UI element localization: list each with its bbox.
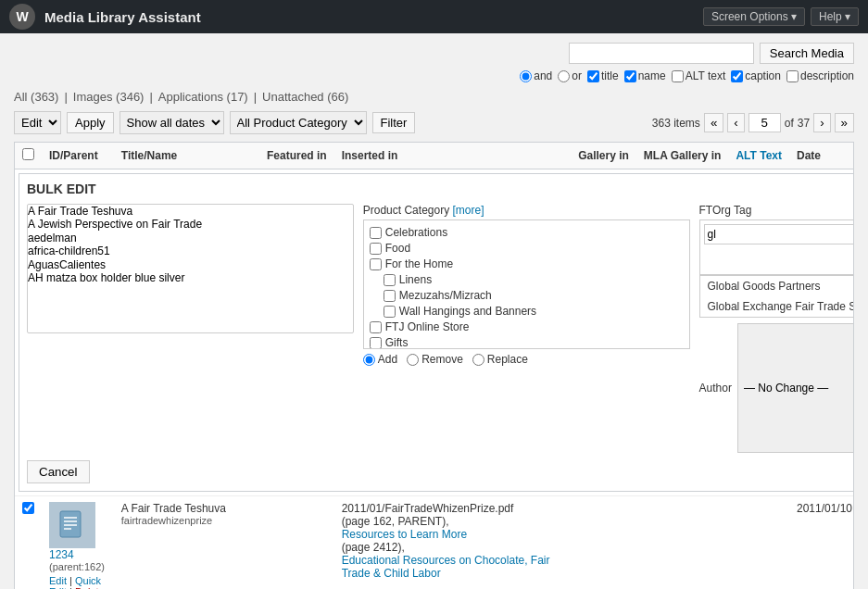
row-1-featured-in bbox=[259, 496, 334, 590]
title-name-header[interactable]: Title/Name bbox=[114, 143, 259, 169]
row-1-id-parent: 1234 (parent:162) Edit | Quick Edit | De… bbox=[42, 496, 114, 590]
row-1-parent: (parent:162) bbox=[49, 561, 107, 572]
svg-rect-0 bbox=[60, 511, 81, 537]
name-check-label[interactable]: name bbox=[624, 69, 666, 82]
bulk-edit-cell: BULK EDIT A Fair Trade Teshuva A Jewish … bbox=[15, 169, 854, 496]
row-1-educational-link[interactable]: Educational Resources on Chocolate, Fair… bbox=[342, 554, 550, 580]
alt-text-check-label[interactable]: ALT text bbox=[672, 69, 726, 82]
prev-page-button[interactable]: ‹ bbox=[727, 113, 744, 132]
last-page-button[interactable]: » bbox=[835, 113, 854, 132]
help-button[interactable]: Help ▾ bbox=[811, 7, 859, 26]
row-1-resources-link[interactable]: Resources to Learn More bbox=[342, 528, 467, 541]
category-more-link[interactable]: [more] bbox=[453, 204, 484, 217]
title-check-label[interactable]: title bbox=[587, 69, 619, 82]
category-gifts[interactable]: Gifts bbox=[370, 336, 684, 349]
screen-options-button[interactable]: Screen Options ▾ bbox=[703, 7, 805, 26]
admin-header: W Media Library Assistant Screen Options… bbox=[0, 0, 868, 33]
date-filter-select[interactable]: Show all dates bbox=[120, 111, 224, 134]
bulk-edit-ftorg-col: FTOrg Tag Global Goods Partners Global E… bbox=[699, 204, 854, 453]
row-1-id-link[interactable]: 1234 bbox=[49, 548, 74, 561]
alt-text-checkbox[interactable] bbox=[672, 70, 684, 82]
page-title: Media Library Assistant bbox=[44, 9, 201, 25]
bulk-edit-columns: A Fair Trade Teshuva A Jewish Perspectiv… bbox=[27, 204, 854, 453]
page-input[interactable] bbox=[748, 113, 781, 132]
remove-radio-label[interactable]: Remove bbox=[407, 353, 463, 366]
filter-links: All (363) | Images (346) | Applications … bbox=[14, 90, 854, 104]
wp-logo: W bbox=[9, 4, 35, 30]
ftorg-autocomplete: Global Goods Partners Global Exchange Fa… bbox=[699, 275, 854, 318]
apply-button[interactable]: Apply bbox=[67, 112, 114, 133]
document-icon bbox=[58, 509, 86, 542]
search-row: Search Media bbox=[14, 43, 854, 64]
bulk-action-select[interactable]: Edit bbox=[14, 111, 61, 134]
description-checkbox[interactable] bbox=[786, 70, 799, 82]
or-radio-label[interactable]: or bbox=[558, 69, 582, 82]
filter-applications-link[interactable]: Applications (17) bbox=[158, 90, 248, 104]
category-celebrations[interactable]: Celebrations bbox=[370, 226, 684, 239]
ftorg-suggestion-1[interactable]: Global Exchange Fair Trade Stores bbox=[700, 296, 854, 317]
media-table: ID/Parent Title/Name Featured in Inserte… bbox=[15, 143, 854, 589]
category-food[interactable]: Food bbox=[370, 242, 684, 255]
or-radio[interactable] bbox=[558, 70, 570, 82]
category-mezuzahs[interactable]: Mezuzahs/Mizrach bbox=[370, 289, 684, 302]
search-input[interactable] bbox=[569, 43, 754, 64]
author-select[interactable]: — No Change — bbox=[737, 323, 854, 453]
id-parent-header[interactable]: ID/Parent bbox=[42, 143, 114, 169]
replace-radio[interactable] bbox=[472, 354, 484, 366]
ftorg-tag-area bbox=[699, 219, 854, 275]
caption-checkbox[interactable] bbox=[731, 70, 743, 82]
pagination: 363 items « ‹ of 37 › » bbox=[652, 113, 854, 132]
cancel-bulk-edit-button[interactable]: Cancel bbox=[27, 460, 90, 483]
media-table-wrap: ID/Parent Title/Name Featured in Inserte… bbox=[14, 142, 854, 589]
caption-check-label[interactable]: caption bbox=[731, 69, 781, 82]
first-page-button[interactable]: « bbox=[704, 113, 723, 132]
bulk-edit-title: BULK EDIT bbox=[27, 182, 854, 196]
title-checkbox[interactable] bbox=[587, 70, 599, 82]
category-linens[interactable]: Linens bbox=[370, 273, 684, 286]
name-checkbox[interactable] bbox=[624, 70, 636, 82]
gallery-in-header[interactable]: Gallery in bbox=[571, 143, 636, 169]
category-for-the-home[interactable]: For the Home bbox=[370, 257, 684, 270]
featured-in-header[interactable]: Featured in bbox=[259, 143, 334, 169]
select-all-checkbox[interactable] bbox=[22, 148, 34, 160]
filter-all-link[interactable]: All (363) bbox=[14, 90, 58, 104]
filter-button[interactable]: Filter bbox=[372, 112, 416, 133]
replace-radio-label[interactable]: Replace bbox=[472, 353, 528, 366]
bulk-edit-action-buttons: Cancel Update bbox=[27, 460, 854, 483]
and-radio-label[interactable]: and bbox=[520, 69, 552, 82]
add-radio-label[interactable]: Add bbox=[363, 353, 397, 366]
search-media-button[interactable]: Search Media bbox=[760, 43, 854, 64]
row-1-thumbnail bbox=[49, 502, 95, 548]
category-filter-select[interactable]: All Product Category bbox=[230, 111, 367, 134]
bulk-edit-panel: BULK EDIT A Fair Trade Teshuva A Jewish … bbox=[19, 173, 854, 492]
mla-gallery-in-header[interactable]: MLA Gallery in bbox=[636, 143, 729, 169]
date-header[interactable]: Date bbox=[789, 143, 854, 169]
ftorg-input[interactable] bbox=[704, 224, 854, 244]
row-1-actions: Edit | Quick Edit | Delete Permanently bbox=[49, 575, 107, 589]
search-in-row: and or title name ALT text caption descr… bbox=[14, 69, 854, 82]
header-right: Screen Options ▾ Help ▾ bbox=[703, 7, 859, 26]
category-ftj-online[interactable]: FTJ Online Store bbox=[370, 320, 684, 333]
description-check-label[interactable]: description bbox=[786, 69, 854, 82]
alt-text-header[interactable]: ALT Text bbox=[728, 143, 789, 169]
inserted-in-header[interactable]: Inserted in bbox=[334, 143, 571, 169]
cb-header bbox=[15, 143, 42, 169]
and-radio[interactable] bbox=[520, 70, 532, 82]
row-1-edit-link[interactable]: Edit bbox=[49, 575, 67, 586]
filter-images-link[interactable]: Images (346) bbox=[73, 90, 145, 104]
filter-unattached-link[interactable]: Unattached (66) bbox=[262, 90, 348, 104]
row-1-cb bbox=[15, 496, 42, 590]
category-col-label: Product Category [more] bbox=[363, 204, 690, 217]
next-page-button[interactable]: › bbox=[813, 113, 830, 132]
remove-radio[interactable] bbox=[407, 354, 419, 366]
ftorg-suggestion-0[interactable]: Global Goods Partners bbox=[700, 276, 854, 296]
category-wall-hangings[interactable]: Wall Hangings and Banners bbox=[370, 305, 684, 318]
table-header-row: ID/Parent Title/Name Featured in Inserte… bbox=[15, 143, 854, 169]
add-remove-radio-group: Add Remove Replace bbox=[363, 353, 690, 366]
author-row: Author — No Change — bbox=[699, 323, 854, 453]
row-1-thumb-wrap bbox=[49, 502, 107, 548]
add-radio[interactable] bbox=[363, 354, 375, 366]
row-1-checkbox[interactable] bbox=[22, 502, 34, 514]
bulk-edit-items-list[interactable]: A Fair Trade Teshuva A Jewish Perspectiv… bbox=[27, 204, 354, 333]
row-1-mla-gallery-in bbox=[636, 496, 729, 590]
